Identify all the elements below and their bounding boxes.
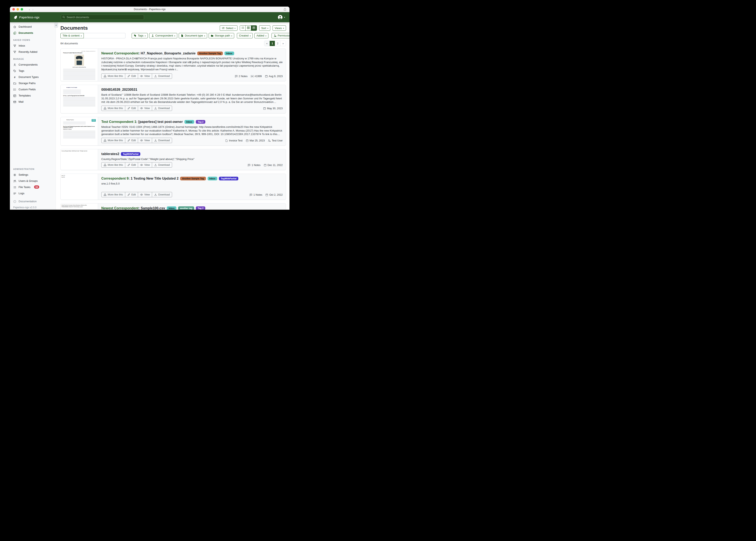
- sidebar-item-settings[interactable]: Settings: [10, 172, 56, 178]
- tag-tagwithpartial[interactable]: TagWithPartial: [121, 152, 140, 156]
- meta-calendar[interactable]: May 30, 2023: [263, 107, 283, 110]
- sidebar-item-inbox[interactable]: Inbox: [10, 42, 56, 49]
- tag-another-tag[interactable]: another tag: [178, 207, 194, 210]
- meta-calendar[interactable]: Mar 25, 2023: [246, 139, 265, 142]
- sidebar-item-dashboard[interactable]: Dashboard: [10, 24, 56, 30]
- download-button[interactable]: Download: [152, 106, 172, 111]
- pagination-page-2[interactable]: 2: [275, 41, 280, 46]
- more-like-this-button[interactable]: More like this: [101, 162, 125, 168]
- pagination-next-button[interactable]: »: [280, 41, 286, 46]
- more-like-this-button[interactable]: More like this: [101, 73, 125, 79]
- view-button[interactable]: View: [138, 162, 152, 168]
- meta-notes[interactable]: 1 Notes: [249, 194, 262, 196]
- tag-tag-2[interactable]: Tag 2: [196, 207, 205, 210]
- meta-calendar[interactable]: Oct 2, 2022: [265, 194, 283, 196]
- meta-calendar[interactable]: Dec 11, 2022: [264, 164, 283, 167]
- view-button[interactable]: View: [138, 73, 152, 79]
- document-thumbnail[interactable]: ✚ BANK OF SCOTLAND2,0 % p. a. auf Ihr Ta…: [61, 85, 98, 113]
- filter-storage-path-button[interactable]: Storage path▾: [209, 33, 234, 38]
- filter-added-button[interactable]: Added▾: [254, 33, 268, 38]
- tag-inbox[interactable]: Inbox: [208, 177, 217, 181]
- select-button[interactable]: Select▾: [220, 25, 237, 31]
- document-thumbnail[interactable]: Country,Region/State,"Zip/Postal Code","…: [61, 149, 98, 170]
- document-card: one,1.0five,5.0Correspondent 9: 1 Testin…: [60, 174, 286, 200]
- view-button[interactable]: View: [138, 192, 152, 197]
- document-thumbnail[interactable]: Serial Number,Company Name,Employee Mark…: [61, 204, 98, 210]
- meta-doctype[interactable]: Invoice Test: [225, 139, 243, 142]
- edit-button[interactable]: Edit: [125, 138, 138, 143]
- tag-tagwithpartial[interactable]: TagWithPartial: [219, 177, 238, 181]
- download-button[interactable]: Download: [152, 138, 172, 143]
- tag-inbox[interactable]: Inbox: [167, 207, 176, 210]
- sidebar-item-recently-added[interactable]: Recently Added: [10, 49, 56, 55]
- edit-button[interactable]: Edit: [125, 162, 138, 168]
- sidebar-item-mail[interactable]: Mail: [10, 99, 56, 105]
- sidebar-item-documentation[interactable]: ?Documentation: [10, 198, 56, 204]
- share-icon[interactable]: [283, 8, 287, 11]
- tag-another-sample-tag[interactable]: Another Sample Tag: [197, 52, 223, 55]
- document-title[interactable]: tablerates2: [101, 152, 119, 156]
- edit-button[interactable]: Edit: [125, 106, 138, 111]
- sidebar-item-document-types[interactable]: #Document Types: [10, 74, 56, 80]
- filter-document-type-button[interactable]: Document type▾: [179, 33, 207, 38]
- more-like-this-button[interactable]: More like this: [101, 192, 125, 197]
- view-mode-grid-button[interactable]: [246, 26, 251, 31]
- sidebar-item-correspondents[interactable]: Correspondents: [10, 61, 56, 68]
- sidebar-collapse-button[interactable]: «: [54, 22, 58, 28]
- download-button[interactable]: Download: [152, 73, 172, 79]
- view-button[interactable]: View: [138, 138, 152, 143]
- sort-button[interactable]: Sort▾: [259, 25, 270, 31]
- more-like-this-button[interactable]: More like this: [101, 138, 125, 143]
- views-button[interactable]: Views▾: [273, 25, 286, 31]
- tag-inbox[interactable]: Inbox: [224, 52, 234, 55]
- meta-userlock[interactable]: Test User: [268, 139, 283, 142]
- filter-label: Correspondent: [155, 34, 173, 37]
- title-content-dropdown-button[interactable]: Title & content▾: [60, 33, 84, 38]
- document-thumbnail[interactable]: one,1.0five,5.0: [61, 174, 98, 200]
- search-input[interactable]: [61, 15, 144, 20]
- pagination-page-1[interactable]: 1: [270, 41, 275, 46]
- user-menu[interactable]: ▾: [278, 15, 285, 20]
- filter-created-button[interactable]: Created▾: [237, 33, 253, 38]
- tag-inbox[interactable]: Inbox: [184, 120, 194, 124]
- download-button[interactable]: Download: [152, 192, 172, 197]
- edit-button[interactable]: Edit: [125, 192, 138, 197]
- meta-calendar[interactable]: Aug 9, 2023: [265, 75, 283, 78]
- app-logo[interactable]: Paperless-ngx: [10, 15, 39, 19]
- filter-correspondent-button[interactable]: Correspondent▾: [149, 33, 177, 38]
- document-title[interactable]: Correspondent 9: 1 Testing New Title Upd…: [101, 177, 178, 181]
- tasks-icon: [13, 186, 16, 189]
- download-button[interactable]: Download: [152, 162, 172, 168]
- title-content-search-input[interactable]: [84, 33, 125, 38]
- meta-notes[interactable]: 1 Notes: [248, 164, 260, 167]
- action-label: More like this: [108, 139, 123, 142]
- view-mode-list-button[interactable]: [240, 26, 246, 31]
- more-like-this-button[interactable]: More like this: [101, 106, 125, 111]
- view-button[interactable]: View: [138, 106, 152, 111]
- document-thumbnail[interactable]: Medical TeacherHas the new Kirkpatrick g…: [61, 117, 98, 145]
- tag-tag-2[interactable]: Tag 2: [196, 120, 205, 124]
- document-thumbnail[interactable]: HISTORIA - PRACA DLA CHĘTNYCHFrancja pod…: [61, 49, 98, 81]
- sidebar-item-custom-fields[interactable]: Custom Fields: [10, 86, 56, 92]
- document-title[interactable]: Newest Correspondent: H7_Napoleon_Bonapa…: [101, 51, 196, 55]
- sidebar-item-templates[interactable]: Templates: [10, 92, 56, 99]
- sidebar-item-documents[interactable]: Documents: [10, 30, 56, 36]
- filter-permissions-button[interactable]: Permissions▾: [272, 33, 289, 38]
- sidebar-item-storage-paths[interactable]: Storage Paths: [10, 80, 56, 86]
- tag-another-sample-tag[interactable]: Another Sample Tag: [180, 177, 206, 181]
- document-title[interactable]: Newest Correspondent: Sample100.csv: [101, 206, 165, 210]
- sidebar-item-tags[interactable]: Tags: [10, 68, 56, 74]
- view-mode-detail-button[interactable]: [251, 26, 257, 31]
- document-title[interactable]: 0004814539_20230531: [101, 88, 137, 92]
- sidebar-item-logs[interactable]: Logs: [10, 190, 56, 196]
- filter-tags-button[interactable]: Tags▾: [132, 33, 148, 38]
- userlock-icon: [268, 139, 271, 142]
- edit-button[interactable]: Edit: [125, 73, 138, 79]
- meta-asn[interactable]: #1999: [251, 75, 262, 78]
- filter-label: Storage path: [215, 34, 230, 37]
- document-title[interactable]: Test Correspondent 1: [paperless] test p…: [101, 120, 183, 124]
- sidebar-item-users-groups[interactable]: Users & Groups: [10, 178, 56, 184]
- pagination-prev-button[interactable]: «: [264, 41, 270, 46]
- sidebar-item-file-tasks[interactable]: File Tasks16: [10, 184, 56, 190]
- meta-notes[interactable]: 2 Notes: [235, 75, 248, 78]
